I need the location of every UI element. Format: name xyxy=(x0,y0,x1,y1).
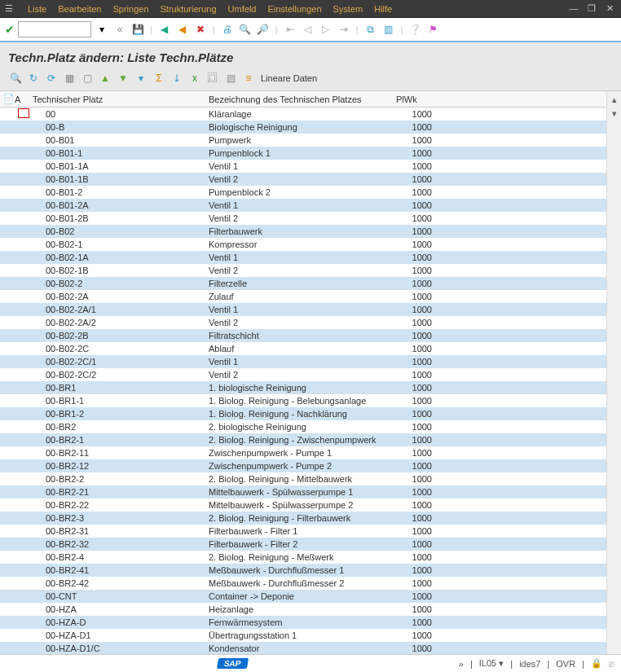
execute-icon[interactable]: ⟳ xyxy=(44,71,59,86)
table-row[interactable]: 00-BR2-32Filterbauwerk - Filter 21000 xyxy=(0,538,606,551)
detail-icon[interactable]: 🔍 xyxy=(8,71,23,86)
menu-hilfe[interactable]: Hilfe xyxy=(374,4,392,14)
table-row[interactable]: 00-B01-2BVentil 21000 xyxy=(0,212,606,225)
table-row[interactable]: 00Kläranlage1000 xyxy=(0,108,606,121)
table-row[interactable]: 00-HZA-D1Übertragungsstation 11000 xyxy=(0,629,606,642)
menu-springen[interactable]: Springen xyxy=(112,4,148,14)
save-layout-icon[interactable]: ▤ xyxy=(223,71,238,86)
total-icon[interactable]: Σ xyxy=(152,71,166,86)
column-header-plwk[interactable]: PlWk xyxy=(396,94,437,104)
sort-desc-icon[interactable]: ▼ xyxy=(116,71,130,86)
column-header-desc[interactable]: Bezeichnung des Technischen Platzes xyxy=(209,94,396,104)
table-row[interactable]: 00-BR2-31Filterbauwerk - Filter 11000 xyxy=(0,525,606,538)
table-row[interactable]: 00-B02-2C/1Ventil 11000 xyxy=(0,355,606,368)
table-row[interactable]: 00-B02-2CAblauf1000 xyxy=(0,342,606,355)
dropdown-icon[interactable]: ▾ xyxy=(95,22,109,37)
table-row[interactable]: 00-BR2-41Meßbauwerk - Durchflußmesser 11… xyxy=(0,564,606,577)
table-row[interactable]: 00-BR1-21. Biolog. Reinigung - Nachkläru… xyxy=(0,407,606,420)
last-record-icon[interactable]: ⇥ xyxy=(337,22,351,37)
menu-einstellungen[interactable]: Einstellungen xyxy=(267,4,321,14)
table-row[interactable]: 00-HZA-D1/CKondensator1000 xyxy=(0,642,606,654)
table-row[interactable]: 00-B01Pumpwerk1000 xyxy=(0,134,606,147)
table-row[interactable]: 00-BR2-21Mittelbauwerk - Spülwasserpumpe… xyxy=(0,485,606,499)
new-session-icon[interactable]: ⧉ xyxy=(363,22,377,37)
table-row[interactable]: 00-B01-2AVentil 11000 xyxy=(0,199,606,212)
find-next-icon[interactable]: 🔎 xyxy=(256,22,271,37)
linear-data-icon[interactable]: ≡ xyxy=(241,71,256,86)
first-record-icon[interactable]: ⇤ xyxy=(283,22,297,37)
table-row[interactable]: 00-B02-2Filterzelle1000 xyxy=(0,277,606,290)
table-row[interactable]: 00-BR1-11. Biolog. Reinigung - Belebungs… xyxy=(0,394,606,407)
status-expand-icon[interactable]: » xyxy=(459,659,464,669)
print-icon[interactable]: 🖨 xyxy=(220,22,235,37)
export-icon[interactable]: ⤓ xyxy=(170,71,184,86)
cancel-icon[interactable]: ✖ xyxy=(193,22,208,37)
table-row[interactable]: 00-BR2-42Meßbauwerk - Durchflußmesser 21… xyxy=(0,577,606,590)
table-row[interactable]: 00-B01-1BVentil 21000 xyxy=(0,173,606,186)
column-selector[interactable]: 📄 xyxy=(0,94,15,104)
table-row[interactable]: 00-BR2-22. Biolog. Reinigung - Mittelbau… xyxy=(0,472,606,485)
scroll-down-icon[interactable]: ▾ xyxy=(612,108,617,119)
window-restore-icon[interactable]: ❐ xyxy=(585,3,598,14)
status-lock-icon[interactable]: 🔒 xyxy=(591,658,602,669)
menu-bearbeiten[interactable]: Bearbeiten xyxy=(58,4,101,14)
layout-icon[interactable]: ▥ xyxy=(381,22,395,37)
table-row[interactable]: 00-HZA-DFernwärmesystem1000 xyxy=(0,616,606,629)
deselect-icon[interactable]: ▢ xyxy=(80,71,95,86)
filter-icon[interactable]: ▾ xyxy=(134,71,148,86)
exit-icon[interactable]: ◀ xyxy=(175,22,190,37)
save-icon[interactable]: 💾 xyxy=(130,22,145,37)
column-header-tp[interactable]: Technischer Platz xyxy=(29,94,209,104)
next-record-icon[interactable]: ▷ xyxy=(319,22,333,37)
table-row[interactable]: 00-BR2-12. Biolog. Reinigung - Zwischenp… xyxy=(0,433,606,446)
table-row[interactable]: 00-B01-1AVentil 11000 xyxy=(0,160,606,173)
change-layout-icon[interactable]: ⿴ xyxy=(205,71,220,86)
table-row[interactable]: 00-B01-2Pumpenblock 21000 xyxy=(0,186,606,199)
menu-liste[interactable]: Liste xyxy=(28,4,46,14)
table-row[interactable]: 00-BR2-32. Biolog. Reinigung - Filterbau… xyxy=(0,512,606,525)
table-row[interactable]: 00-BR2-11Zwischenpumpwerk - Pumpe 11000 xyxy=(0,446,606,459)
table-row[interactable]: 00-B02-1Kompressor1000 xyxy=(0,238,606,251)
linear-data-button[interactable]: Lineare Daten xyxy=(261,73,317,83)
sort-asc-icon[interactable]: ▲ xyxy=(98,71,112,86)
table-row[interactable]: 00-CNTContainer -> Deponie1000 xyxy=(0,590,606,603)
menu-system[interactable]: System xyxy=(333,4,363,14)
table-row[interactable]: 00-BR11. biologische Reinigung1000 xyxy=(0,381,606,394)
table-row[interactable]: 00-B02-2C/2Ventil 21000 xyxy=(0,368,606,381)
excel-icon[interactable]: x xyxy=(187,71,202,86)
help-icon[interactable]: ❔ xyxy=(407,22,422,37)
table-row[interactable]: 00-B02-2AZulauf1000 xyxy=(0,290,606,303)
table-row[interactable]: 00-B02Filterbauwerk1000 xyxy=(0,225,606,238)
refresh-icon[interactable]: ↻ xyxy=(26,71,41,86)
table-row[interactable]: 00-B02-2A/1Ventil 11000 xyxy=(0,303,606,316)
table-row[interactable]: 00-B02-1AVentil 11000 xyxy=(0,251,606,264)
first-page-icon[interactable]: « xyxy=(112,22,127,37)
column-header-a[interactable]: A xyxy=(15,94,29,104)
command-field[interactable] xyxy=(18,21,91,37)
table-row[interactable]: 00-BBiologische Reinigung1000 xyxy=(0,121,606,134)
customize-icon[interactable]: ⚑ xyxy=(425,22,440,37)
table-row[interactable]: 00-B02-2A/2Ventil 21000 xyxy=(0,316,606,329)
menu-umfeld[interactable]: Umfeld xyxy=(228,4,257,14)
table-row[interactable]: 00-HZAHeizanlage1000 xyxy=(0,603,606,616)
status-connection-icon[interactable]: ⎚ xyxy=(609,659,614,669)
table-row[interactable]: 00-B01-1Pumpenblock 11000 xyxy=(0,147,606,160)
app-menu-icon[interactable]: ☰ xyxy=(5,3,13,14)
window-minimize-icon[interactable]: — xyxy=(567,3,580,14)
enter-icon[interactable]: ✔ xyxy=(5,23,15,36)
table-row[interactable]: 00-BR2-12Zwischenpumpwerk - Pumpe 21000 xyxy=(0,459,606,472)
grid-body[interactable]: 00Kläranlage100000-BBiologische Reinigun… xyxy=(0,108,606,654)
table-row[interactable]: 00-B02-1BVentil 21000 xyxy=(0,264,606,277)
side-scroll[interactable]: ▴ ▾ xyxy=(606,91,621,654)
menu-strukturierung[interactable]: Strukturierung xyxy=(161,4,217,14)
scroll-up-icon[interactable]: ▴ xyxy=(612,94,617,105)
table-row[interactable]: 00-BR2-22Mittelbauwerk - Spülwasserpumpe… xyxy=(0,499,606,512)
table-row[interactable]: 00-BR22. biologische Reinigung1000 xyxy=(0,420,606,433)
prev-record-icon[interactable]: ◁ xyxy=(301,22,315,37)
table-row[interactable]: 00-BR2-42. Biolog. Reinigung - Meßwerk10… xyxy=(0,551,606,564)
back-icon[interactable]: ◀ xyxy=(157,22,172,37)
find-icon[interactable]: 🔍 xyxy=(238,22,253,37)
window-close-icon[interactable]: ✕ xyxy=(603,3,616,14)
select-all-icon[interactable]: ▦ xyxy=(62,71,77,86)
table-row[interactable]: 00-B02-2BFiltratschicht1000 xyxy=(0,329,606,342)
